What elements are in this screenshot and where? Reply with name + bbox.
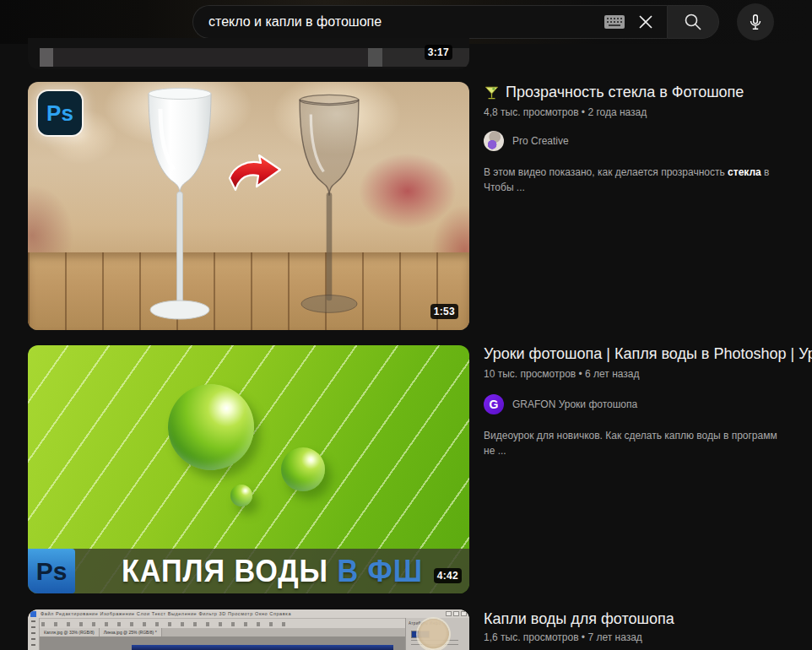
photoshop-logo-badge: Ps — [38, 91, 82, 135]
channel-avatar[interactable] — [484, 131, 504, 151]
video-title-text: Капли воды для фотошопа — [484, 608, 674, 630]
video-meta: 10 тыс. просмотров • 6 лет назад — [484, 368, 812, 380]
transparent-wine-glass-graphic — [287, 90, 371, 320]
video-meta: 4,8 тыс. просмотров • 2 года назад — [484, 106, 812, 118]
channel-avatar[interactable]: G — [484, 394, 504, 414]
channel-link[interactable]: Pro Creative — [484, 131, 569, 151]
red-arrow-graphic — [227, 153, 283, 193]
description-highlight: стекла — [728, 166, 761, 178]
ps-document-tab: Линза.jpg @ 25% (RGB/8) * — [100, 628, 162, 636]
thumbnail-strip-segment — [368, 48, 382, 67]
voice-search-button[interactable] — [737, 3, 774, 41]
banner-text: КАПЛЯ ВОДЫ В ФШ — [85, 554, 460, 589]
ps-chip-text: Ps — [36, 557, 68, 586]
youtube-search-results-page: стекло и капли в фотошопе — [0, 0, 812, 650]
ps-canvas-area — [40, 636, 405, 650]
video-title-link[interactable]: Прозрачность стекла в Фотошопе — [484, 81, 812, 103]
wooden-table-graphic — [28, 252, 469, 330]
ps-logo-text: Ps — [46, 100, 73, 127]
banner-text-blue: В ФШ — [338, 554, 424, 588]
previous-video-thumbnail-partial[interactable]: 3:17 — [28, 38, 469, 69]
search-input[interactable]: стекло и капли в фотошопе — [192, 5, 667, 39]
cocktail-glass-emoji — [484, 84, 500, 100]
water-drop-graphic — [230, 485, 252, 506]
thumbnail-strip-segment — [53, 48, 368, 67]
ps-tool-icons — [31, 620, 35, 647]
photoshop-logo-chip: Ps — [28, 549, 75, 593]
clear-search-button[interactable] — [636, 13, 655, 31]
description-text: В этом видео показано, как делается проз… — [484, 166, 728, 178]
keyboard-icon[interactable] — [604, 15, 625, 29]
search-query-text[interactable]: стекло и капли в фотошопе — [208, 14, 604, 30]
search-button[interactable] — [667, 5, 719, 39]
video-description-line2: Чтобы ... — [484, 180, 812, 195]
video-thumbnail-photoshop-ui[interactable]: Файл Редактирование Изображение Слои Тек… — [28, 609, 469, 650]
white-wine-glass-graphic — [135, 87, 225, 323]
description-text: в — [761, 166, 770, 178]
minimize-icon — [446, 611, 452, 616]
ps-toolbar-icons — [41, 622, 295, 626]
ps-options-bar — [28, 618, 469, 628]
thumbnail-title-banner: Ps КАПЛЯ ВОДЫ В ФШ — [28, 549, 469, 593]
x-icon — [637, 14, 654, 30]
window-controls — [446, 611, 467, 616]
result-2-text: Уроки фотошопа | Капля воды в Photoshop … — [484, 343, 812, 545]
water-drop-graphic — [281, 447, 325, 491]
watermark-logo — [418, 619, 449, 650]
video-thumbnail-waterdrop[interactable]: Ps КАПЛЯ ВОДЫ В ФШ 4:42 — [28, 345, 469, 593]
avatar-letter: G — [490, 398, 499, 411]
video-title-text: Прозрачность стекла в Фотошопе — [506, 81, 744, 103]
duration-badge: 3:17 — [425, 45, 452, 60]
video-title-link[interactable]: Капли воды для фотошопа — [484, 608, 812, 630]
video-description: В этом видео показано, как делается проз… — [484, 165, 812, 180]
banner-text-white: КАПЛЯ ВОДЫ — [122, 554, 338, 588]
restore-icon — [453, 611, 459, 616]
video-title-text: Уроки фотошопа | Капля воды в Photoshop … — [484, 343, 812, 365]
close-icon — [461, 611, 467, 616]
ps-menu-items: Файл Редактирование Изображение Слои Тек… — [41, 611, 370, 616]
channel-link[interactable]: G GRAFON Уроки фотошопа — [484, 394, 637, 414]
water-drop-graphic — [168, 384, 254, 470]
channel-name: GRAFON Уроки фотошопа — [512, 398, 637, 410]
duration-badge: 4:42 — [434, 568, 462, 583]
ps-menu-bar: Файл Редактирование Изображение Слои Тек… — [28, 609, 469, 618]
magnifier-icon — [683, 12, 703, 32]
video-thumbnail-glass[interactable]: Ps 1:53 — [28, 82, 469, 330]
channel-name: Pro Creative — [512, 135, 569, 147]
result-1-text: Прозрачность стекла в Фотошопе 4,8 тыс. … — [484, 81, 812, 284]
microphone-icon — [746, 13, 765, 31]
video-description-line2: не ... — [484, 443, 812, 458]
video-meta: 1,6 тыс. просмотров • 7 лет назад — [484, 631, 812, 643]
ps-app-icon — [30, 611, 36, 617]
duration-badge: 1:53 — [430, 304, 458, 319]
ps-tools-panel — [28, 618, 40, 650]
result-3-text: Капли воды для фотошопа 1,6 тыс. просмот… — [484, 608, 812, 650]
ps-document-tab: Капля.jpg @ 33% (RGB/8) — [40, 628, 100, 636]
thumbnail-strip-segment — [40, 48, 53, 67]
video-description: Видеоурок для новичков. Как сделать капл… — [484, 428, 812, 443]
ps-open-image — [132, 645, 393, 650]
video-title-link[interactable]: Уроки фотошопа | Капля воды в Photoshop … — [484, 343, 812, 365]
